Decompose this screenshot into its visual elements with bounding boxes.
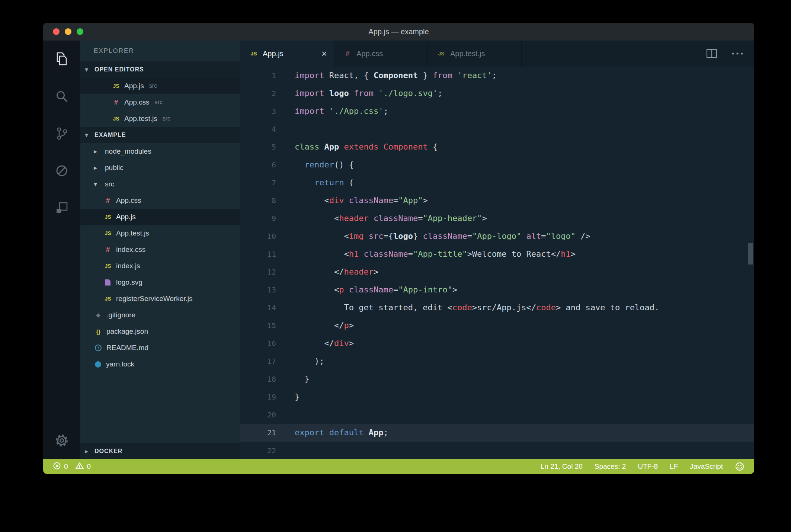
open-editor-App.test.js[interactable]: JSApp.test.jssrc xyxy=(80,110,240,127)
scrollbar-thumb[interactable] xyxy=(748,243,753,265)
code-line-7[interactable]: 7 return ( xyxy=(240,174,754,192)
close-tab-icon[interactable]: × xyxy=(321,49,327,58)
tree-item-logo.svg[interactable]: logo.svg xyxy=(80,274,240,291)
js-file-icon: JS xyxy=(249,51,258,57)
code-line-13[interactable]: 13 <p className="App-intro"> xyxy=(240,281,754,299)
yarn-file-icon xyxy=(95,361,101,368)
tree-item-yarn.lock[interactable]: yarn.lock xyxy=(80,356,240,372)
activity-extensions-button[interactable] xyxy=(54,201,70,217)
error-count: 0 xyxy=(64,462,68,471)
code-line-12[interactable]: 12 </header> xyxy=(240,263,754,281)
code-line-8[interactable]: 8 <div className="App"> xyxy=(240,192,754,209)
line-number: 19 xyxy=(240,388,276,406)
tree-item-index.js[interactable]: JSindex.js xyxy=(80,258,240,274)
status-language-mode[interactable]: JavaScript xyxy=(690,462,723,471)
file-name: index.css xyxy=(116,246,145,254)
tree-item-App.js[interactable]: JSApp.js xyxy=(80,209,240,225)
code-line-18[interactable]: 18 } xyxy=(240,370,754,388)
code-line-16[interactable]: 16 </div> xyxy=(240,334,754,352)
open-editors-header[interactable]: OPEN EDITORS xyxy=(80,61,240,78)
js-file-icon: JS xyxy=(103,263,112,269)
tree-item-App.test.js[interactable]: JSApp.test.js xyxy=(80,225,240,241)
code-line-22[interactable]: 22 xyxy=(240,442,754,459)
code-line-20[interactable]: 20 xyxy=(240,406,754,424)
traffic-lights xyxy=(53,23,83,41)
code-line-17[interactable]: 17 ); xyxy=(240,352,754,370)
code-line-9[interactable]: 9 <header className="App-header"> xyxy=(240,209,754,227)
code-text: import './App.css'; xyxy=(295,102,388,120)
code-line-21[interactable]: 21export default App; xyxy=(240,424,754,442)
tab-App.test.js[interactable]: JSApp.test.js xyxy=(428,41,522,67)
warning-count: 0 xyxy=(87,462,91,471)
line-number: 10 xyxy=(240,227,276,245)
error-indicator[interactable]: 0 xyxy=(53,462,68,472)
line-number: 1 xyxy=(240,67,276,84)
file-name: App.test.js xyxy=(116,229,149,237)
js-file-icon: JS xyxy=(103,230,112,236)
file-name: package.json xyxy=(106,327,148,336)
open-editor-App.css[interactable]: #App.csssrc xyxy=(80,94,240,110)
status-indentation[interactable]: Spaces: 2 xyxy=(595,462,626,471)
zoom-window-button[interactable] xyxy=(77,28,83,35)
split-editor-icon[interactable] xyxy=(705,47,718,60)
example-header[interactable]: EXAMPLE xyxy=(80,127,240,143)
activity-explorer-button[interactable] xyxy=(54,52,70,68)
more-actions-icon[interactable] xyxy=(731,52,744,55)
tree-item-App.css[interactable]: #App.css xyxy=(80,192,240,209)
open-editor-App.js[interactable]: JSApp.jssrc xyxy=(80,78,240,94)
json-file-icon: {} xyxy=(94,329,103,335)
code-line-14[interactable]: 14 To get started, edit <code>src/App.js… xyxy=(240,299,754,317)
code-line-3[interactable]: 3import './App.css'; xyxy=(240,102,754,120)
tree-item-package.json[interactable]: {}package.json xyxy=(80,323,240,340)
code-line-1[interactable]: 1import React, { Component } from 'react… xyxy=(240,67,754,84)
activity-source-control-button[interactable] xyxy=(54,126,70,142)
file-path-suffix: src xyxy=(163,115,170,122)
main-area: EXPLORER OPEN EDITORS JSApp.jssrc#App.cs… xyxy=(43,41,754,459)
tree-folder-node_modules[interactable]: node_modules xyxy=(80,143,240,160)
code-line-10[interactable]: 10 <img src={logo} className="App-logo" … xyxy=(240,227,754,245)
status-cursor-position[interactable]: Ln 21, Col 20 xyxy=(541,462,583,471)
code-line-5[interactable]: 5class App extends Component { xyxy=(240,138,754,156)
tree-item-.gitignore[interactable]: ◆.gitignore xyxy=(80,307,240,323)
tree-item-README.md[interactable]: iREADME.md xyxy=(80,340,240,356)
feedback-smiley-icon[interactable] xyxy=(735,462,744,471)
code-line-2[interactable]: 2import logo from './logo.svg'; xyxy=(240,84,754,102)
code-text: import React, { Component } from 'react'… xyxy=(295,67,497,84)
code-text: <div className="App"> xyxy=(295,192,428,209)
line-number: 12 xyxy=(240,263,276,281)
tree-folder-src[interactable]: src xyxy=(80,176,240,192)
tab-App.js[interactable]: JSApp.js× xyxy=(240,41,334,67)
tab-label: App.js xyxy=(263,49,284,58)
code-editor[interactable]: 1import React, { Component } from 'react… xyxy=(240,67,754,459)
status-eol[interactable]: LF xyxy=(670,462,678,471)
status-bar-left: 0 0 xyxy=(53,462,95,472)
code-line-4[interactable]: 4 xyxy=(240,120,754,138)
line-number: 21 xyxy=(240,424,276,442)
js-file-icon: JS xyxy=(112,116,121,122)
activity-settings-button[interactable] xyxy=(54,433,70,449)
tree-item-registerServiceWorker.js[interactable]: JSregisterServiceWorker.js xyxy=(80,291,240,307)
code-text: import logo from './logo.svg'; xyxy=(295,84,442,102)
line-number: 7 xyxy=(240,174,276,192)
code-text: <header className="App-header"> xyxy=(295,209,487,227)
activity-debug-button[interactable] xyxy=(54,163,70,180)
tree-item-index.css[interactable]: #index.css xyxy=(80,241,240,258)
code-text: return ( xyxy=(295,174,354,192)
status-encoding[interactable]: UTF-8 xyxy=(638,462,658,471)
close-window-button[interactable] xyxy=(53,28,60,35)
tab-App.css[interactable]: #App.css xyxy=(334,41,428,67)
css-file-icon: # xyxy=(343,49,352,58)
docker-header[interactable]: DOCKER xyxy=(80,443,240,459)
activity-search-button[interactable] xyxy=(54,89,70,105)
code-line-6[interactable]: 6 render() { xyxy=(240,156,754,174)
code-line-11[interactable]: 11 <h1 className="App-title">Welcome to … xyxy=(240,245,754,263)
warning-indicator[interactable]: 0 xyxy=(75,462,91,472)
example-label: EXAMPLE xyxy=(95,132,126,138)
code-line-19[interactable]: 19} xyxy=(240,388,754,406)
minimize-window-button[interactable] xyxy=(65,28,71,35)
vscode-window: App.js — example EXPLORER OPEN EDITORS J… xyxy=(43,23,754,474)
line-number: 3 xyxy=(240,102,276,120)
tree-folder-public[interactable]: public xyxy=(80,160,240,176)
code-line-15[interactable]: 15 </p> xyxy=(240,317,754,334)
git-file-icon: ◆ xyxy=(94,312,103,318)
